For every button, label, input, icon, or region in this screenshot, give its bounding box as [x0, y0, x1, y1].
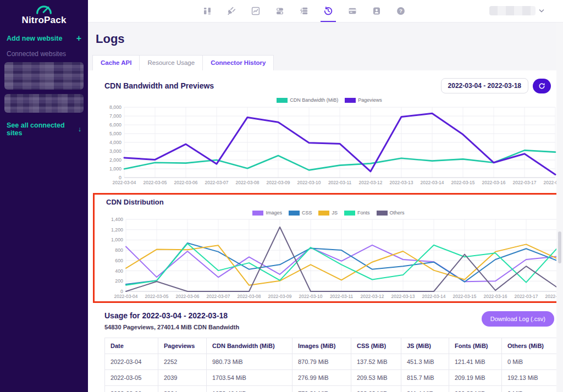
account-name-blurred [489, 6, 536, 15]
legend-label: Images [266, 210, 282, 216]
x-tick-label: 2022-03-11 [328, 180, 352, 185]
download-log-button[interactable]: Download Log (.csv) [482, 311, 554, 327]
scrollbar-thumb[interactable] [558, 231, 561, 263]
add-new-website-link[interactable]: Add new website + [0, 34, 88, 43]
y-tick-label: 1,400 [111, 217, 123, 222]
billing-icon[interactable] [346, 0, 358, 22]
x-tick-label: 2022-03-07 [205, 180, 229, 185]
table-cell: 192.13 MiB [502, 370, 561, 386]
tab-resource-usage[interactable]: Resource Usage [140, 55, 203, 70]
x-tick-label: 2022-03-13 [391, 294, 415, 299]
column-header: JS (MiB) [401, 338, 449, 354]
table-row: 2022-03-042252980.73 MiB870.79 MiB137.52… [105, 354, 561, 370]
legend-item: JS [318, 210, 338, 216]
bandwidth-chart: 01,0002,0003,0004,0005,0006,0007,0008,00… [104, 104, 561, 186]
table-cell: 779.81 MiB [292, 386, 351, 392]
legend-swatch [318, 211, 329, 216]
connected-websites-label: Connected websites [0, 50, 88, 58]
table-cell: 2022-03-06 [105, 386, 158, 392]
analytics-icon[interactable] [250, 0, 262, 22]
table-cell: 209.19 MiB [449, 370, 502, 386]
column-header: Date [105, 338, 158, 354]
legend-item: Pageviews [345, 97, 382, 103]
x-tick-label: 2022-03-09 [267, 180, 290, 185]
tab-connector-history[interactable]: Connector History [203, 55, 274, 70]
y-tick-label: 1,200 [111, 227, 123, 233]
column-header: CSS (MiB) [351, 338, 401, 354]
table-row: 2022-03-0520391703.54 MiB276.99 MiB209.5… [105, 370, 561, 386]
history-icon[interactable] [322, 0, 334, 22]
x-tick-label: 2022-03-09 [268, 294, 292, 299]
table-cell: 1703.54 MiB [207, 370, 292, 386]
legend-label: Pageviews [358, 97, 382, 103]
tab-bar: Cache APIResource UsageConnector History [92, 55, 274, 70]
table-cell: 0 MiB [502, 354, 561, 370]
x-tick-label: 2022-03-13 [390, 180, 413, 185]
x-tick-label: 2022-03-14 [421, 180, 444, 185]
scrollbar-track[interactable] [556, 23, 563, 392]
nitropack-logo[interactable]: NitroPack [0, 0, 88, 26]
table-cell: 209.53 MiB [351, 370, 401, 386]
user-icon[interactable] [371, 0, 383, 22]
table-cell: 276.99 MiB [292, 370, 351, 386]
legend-item: Images [252, 210, 282, 216]
table-cell: 811.4 MiB [401, 386, 449, 392]
table-cell: 870.79 MiB [292, 354, 351, 370]
table-cell: 980.73 MiB [207, 354, 292, 370]
cache-icon[interactable] [298, 0, 310, 22]
tab-cache-api[interactable]: Cache API [92, 55, 140, 70]
logo-text: NitroPack [21, 15, 66, 26]
x-tick-label: 2022-03-05 [143, 180, 167, 185]
y-tick-label: 7,000 [109, 113, 122, 119]
x-tick-label: 2022-03-07 [207, 294, 230, 299]
refresh-icon [538, 82, 545, 90]
table-cell: 3804 [158, 386, 207, 392]
sidebar: NitroPack Add new website + Connected we… [0, 0, 88, 392]
connected-site-item-blurred[interactable] [4, 94, 84, 113]
date-range-picker[interactable]: 2022-03-04 - 2022-03-18 [441, 78, 528, 93]
column-header: Fonts (MiB) [449, 338, 502, 354]
table-cell: 137.52 MiB [351, 354, 401, 370]
y-tick-label: 1,000 [111, 237, 123, 242]
table-cell: 2022-03-04 [105, 354, 158, 370]
column-header: Pageviews [158, 338, 207, 354]
table-cell: 815.7 MiB [401, 370, 449, 386]
bandwidth-chart-legend: CDN Bandwidth (MiB)Pageviews [104, 97, 554, 103]
plug-icon[interactable] [225, 0, 238, 22]
legend-label: Others [390, 210, 405, 216]
x-tick-label: 2022-03-15 [453, 294, 477, 299]
table-cell: 2039 [158, 370, 207, 386]
column-header: Others (MiB) [502, 338, 561, 354]
legend-label: JS [332, 210, 338, 216]
legend-item: CDN Bandwidth (MiB) [277, 97, 338, 103]
dashboard-icon[interactable] [201, 0, 213, 22]
table-cell: 0 MiB [502, 386, 561, 392]
x-tick-label: 2022-03-08 [236, 180, 260, 185]
refresh-button[interactable] [533, 79, 551, 93]
legend-swatch [344, 211, 355, 216]
see-all-connected-sites-link[interactable]: See all connected sites ↓ [0, 122, 88, 137]
help-icon[interactable]: ? [395, 0, 407, 22]
legend-item: CSS [289, 210, 312, 216]
nitropack-logs-page: NitroPack Add new website + Connected we… [0, 0, 563, 392]
legend-swatch [289, 211, 300, 216]
table-cell: 2022-03-05 [105, 370, 158, 386]
table-header-row: DatePageviewsCDN Bandwidth (MiB)Images (… [105, 338, 561, 354]
gauge-icon [35, 4, 53, 14]
usage-table: DatePageviewsCDN Bandwidth (MiB)Images (… [104, 338, 561, 392]
table-cell: 1652.46 MiB [207, 386, 292, 392]
account-menu[interactable] [489, 6, 544, 15]
legend-label: CDN Bandwidth (MiB) [290, 97, 338, 103]
distribution-section-title: CDN Distribution [106, 198, 551, 206]
arrow-down-icon: ↓ [78, 125, 81, 133]
x-tick-label: 2022-03-10 [299, 294, 323, 299]
connected-site-item-blurred[interactable] [4, 62, 84, 90]
toggles-icon[interactable] [274, 0, 286, 22]
add-new-website-label: Add new website [7, 35, 62, 42]
legend-item: Fonts [344, 210, 370, 216]
plus-icon[interactable]: + [76, 34, 81, 43]
x-tick-label: 2022-03-08 [238, 294, 261, 299]
x-tick-label: 2022-03-10 [297, 180, 321, 185]
main-content: CDN Bandwidth and Previews 2022-03-04 - … [88, 70, 563, 392]
legend-label: Fonts [357, 210, 370, 216]
